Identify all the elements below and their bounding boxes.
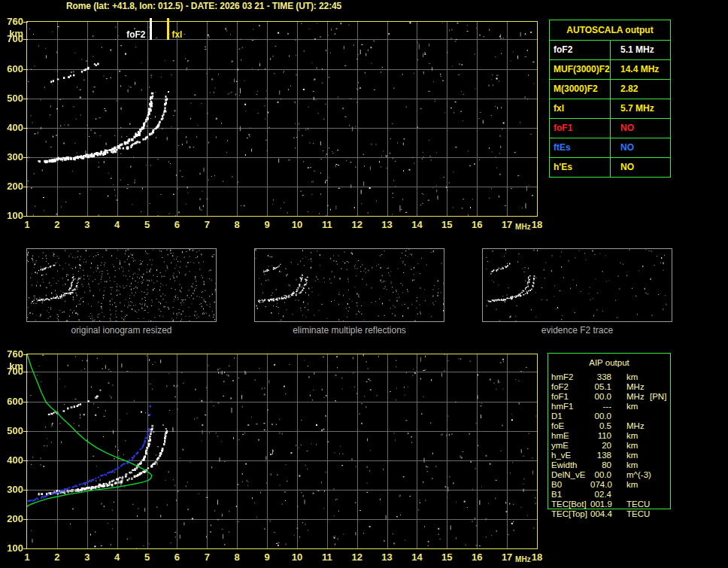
x-tick-label: 8	[226, 551, 247, 563]
table-row: h_vE138km	[548, 451, 671, 460]
thumbnail-caption: eliminate multiple reflections	[254, 325, 444, 336]
x-tick-label: 16	[466, 551, 487, 563]
table-row: TEC[Top]004.4TECU	[548, 509, 671, 519]
aip-note	[650, 480, 671, 490]
y-tick-mark	[23, 99, 28, 99]
table-row: B102.4	[548, 490, 671, 500]
aip-value: 004.4	[590, 509, 611, 519]
x-tick-label: 16	[466, 219, 487, 230]
x-tick-label: 6	[166, 551, 187, 563]
autoscala-output-table: AUTOSCALA output foF25.1 MHzMUF(3000)F21…	[549, 20, 671, 178]
parameter-value: 5.7 MHz	[611, 99, 670, 118]
aip-value: ---	[590, 402, 611, 412]
aip-note	[650, 470, 671, 480]
aip-unit: km	[626, 441, 650, 451]
table-row: DelN_vE00.0m^(-3)	[548, 470, 671, 480]
aip-label: TEC[Top]	[548, 509, 590, 519]
x-tick-label: 14	[406, 551, 427, 563]
parameter-value: NO	[611, 119, 670, 138]
y-tick-mark	[23, 69, 28, 70]
x-tick-label: 2	[47, 551, 68, 563]
aip-note	[650, 500, 671, 509]
aip-value: 338	[590, 372, 611, 382]
x-tick-label: 5	[137, 551, 158, 563]
x-tick-label: 8	[226, 219, 247, 230]
aip-note	[650, 441, 671, 451]
aip-unit: m^(-3)	[626, 470, 650, 480]
aip-label: foF1	[548, 392, 590, 402]
aip-value: 80	[590, 460, 611, 470]
frequency-marker-line	[150, 18, 152, 40]
scaled-ionogram-plot: 760700600500400300200100km12345678910111…	[26, 21, 538, 217]
aip-value: 00.0	[590, 392, 611, 402]
aip-unit	[626, 490, 650, 500]
aip-value: 110	[590, 431, 611, 441]
y-tick-mark	[23, 39, 28, 40]
y-tick-label: 500	[0, 425, 23, 437]
aip-label: hmE	[548, 431, 590, 441]
x-axis-unit-label: MHz	[515, 223, 531, 231]
aip-unit: TECU	[626, 500, 650, 509]
y-tick-mark	[23, 128, 28, 129]
parameter-label: foF1	[550, 119, 611, 138]
thumbnail-eliminate-reflections	[254, 248, 444, 322]
y-tick-mark	[23, 216, 28, 217]
x-tick-label: 5	[137, 219, 158, 230]
aip-label: B0	[548, 480, 590, 490]
aip-unit: km	[626, 431, 650, 441]
parameter-value: NO	[611, 158, 670, 177]
x-tick-label: 4	[107, 551, 128, 563]
frequency-marker-label: foF2	[116, 29, 146, 40]
aip-value: 074.0	[590, 480, 611, 490]
y-tick-mark	[23, 157, 28, 158]
table-row: B0074.0km	[548, 480, 671, 490]
autoscala-screen: Rome (lat: +41.8, lon: 012.5) - DATE: 20…	[0, 0, 728, 568]
y-tick-mark	[23, 187, 28, 187]
x-tick-label: 15	[436, 551, 457, 563]
y-tick-label: 500	[0, 93, 23, 105]
parameter-value: 5.1 MHz	[611, 41, 670, 59]
parameter-label: M(3000)F2	[550, 80, 611, 99]
thumbnail-canvas	[255, 249, 444, 321]
table-row: foF25.1 MHz	[550, 41, 670, 60]
aip-value: 05.1	[590, 382, 611, 392]
aip-label: hmF1	[548, 402, 590, 412]
y-tick-label: 300	[0, 484, 23, 496]
y-tick-label: 600	[0, 396, 23, 408]
x-tick-label: 1	[17, 219, 38, 230]
aip-label: TEC[Bot]	[548, 500, 590, 509]
aip-note: [PN]	[650, 392, 671, 402]
y-tick-mark	[23, 431, 28, 432]
aip-label: foF2	[548, 382, 590, 392]
y-tick-label: 200	[0, 513, 23, 525]
aip-value: 001.9	[590, 500, 611, 509]
autoscala-table-rows: foF25.1 MHzMUF(3000)F214.4 MHzM(3000)F22…	[550, 41, 670, 177]
aip-unit: km	[626, 451, 650, 460]
aip-value: 138	[590, 451, 611, 460]
y-tick-mark	[23, 460, 28, 461]
profile-ionogram-plot: 760700600500400300200100km12345678910111…	[26, 354, 538, 549]
thumbnail-original-ionogram	[26, 248, 217, 322]
table-row: fxI5.7 MHz	[550, 99, 670, 119]
profile-ionogram-canvas	[27, 354, 537, 548]
y-tick-label: 760	[0, 16, 23, 28]
aip-label: foE	[548, 421, 590, 431]
aip-note	[650, 451, 671, 460]
x-tick-label: 14	[406, 219, 427, 230]
y-tick-label: 300	[0, 151, 23, 163]
aip-value: 0.5	[590, 421, 611, 431]
table-row: D100.0	[548, 412, 671, 421]
aip-label: ymE	[548, 441, 590, 451]
aip-label: DelN_vE	[548, 470, 590, 480]
thumbnail-caption: evidence F2 trace	[482, 325, 672, 336]
y-tick-label: 600	[0, 63, 23, 75]
x-tick-label: 7	[196, 551, 217, 563]
aip-label: Ewidth	[548, 460, 590, 470]
table-row: hmF2338km	[548, 372, 671, 382]
x-tick-label: 3	[77, 551, 98, 563]
page-title: Rome (lat: +41.8, lon: 012.5) - DATE: 20…	[66, 1, 341, 11]
x-tick-label: 6	[166, 219, 187, 230]
aip-note	[650, 431, 671, 441]
table-row: ftEsNO	[550, 138, 670, 158]
aip-note	[650, 421, 671, 431]
